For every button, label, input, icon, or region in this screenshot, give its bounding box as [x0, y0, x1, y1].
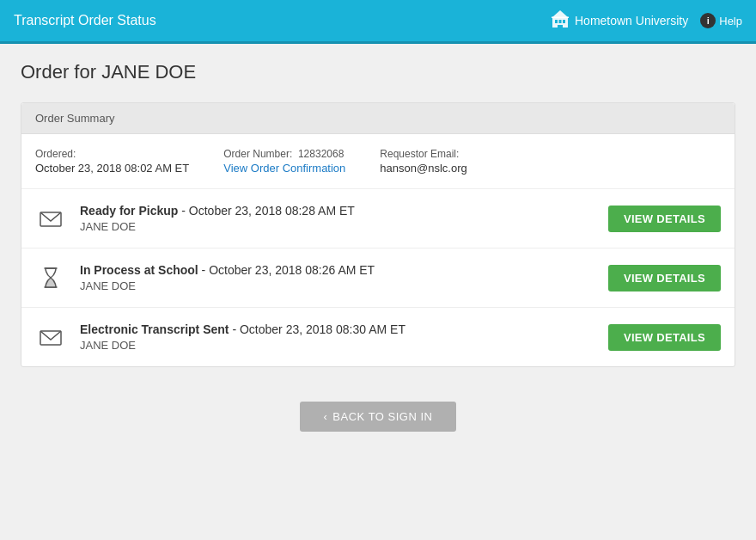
status-bold-2: In Process at School	[80, 263, 198, 277]
status-date-3: - October 23, 2018 08:30 AM ET	[229, 322, 405, 336]
status-row-2: In Process at School - October 23, 2018 …	[21, 249, 735, 308]
back-to-sign-in-button[interactable]: ‹ BACK TO SIGN IN	[300, 402, 457, 432]
status-title-3: Electronic Transcript Sent - October 23,…	[80, 322, 594, 336]
order-meta: Ordered: October 23, 2018 08:02 AM ET Or…	[21, 134, 735, 189]
header-right: Hometown University i Help	[551, 9, 742, 33]
info-icon: i	[700, 13, 716, 28]
order-summary-label: Order Summary	[35, 112, 114, 125]
requestor-email-label: Requestor Email:	[380, 148, 466, 160]
view-details-btn-1[interactable]: VIEW DETAILS	[608, 206, 721, 232]
building-icon	[551, 9, 570, 33]
status-name-3: JANE DOE	[80, 339, 594, 352]
header: Transcript Order Status Hometown Univers…	[0, 0, 756, 41]
order-number-col: Order Number: 12832068 View Order Confir…	[223, 148, 345, 175]
header-title: Transcript Order Status	[14, 13, 156, 28]
status-date-1: - October 23, 2018 08:28 AM ET	[178, 204, 354, 218]
university-branding: Hometown University	[551, 9, 688, 33]
status-row-3: Electronic Transcript Sent - October 23,…	[21, 308, 735, 366]
status-bold-1: Ready for Pickup	[80, 204, 178, 218]
status-name-1: JANE DOE	[80, 220, 594, 233]
page-content: Order for JANE DOE Order Summary Ordered…	[0, 44, 756, 466]
status-info-1: Ready for Pickup - October 23, 2018 08:2…	[80, 204, 594, 233]
requestor-email: hanson@nslc.org	[380, 162, 466, 175]
view-details-btn-2[interactable]: VIEW DETAILS	[608, 265, 721, 291]
requestor-email-col: Requestor Email: hanson@nslc.org	[380, 148, 466, 175]
view-details-btn-3[interactable]: VIEW DETAILS	[608, 324, 721, 351]
order-title: Order for JANE DOE	[21, 61, 735, 83]
svg-rect-3	[563, 20, 565, 23]
status-row-1: Ready for Pickup - October 23, 2018 08:2…	[21, 189, 735, 249]
back-btn-container: ‹ BACK TO SIGN IN	[21, 393, 735, 449]
status-icon-2	[35, 262, 66, 293]
order-card: Order Summary Ordered: October 23, 2018 …	[21, 102, 735, 367]
ordered-date: October 23, 2018 08:02 AM ET	[35, 162, 189, 175]
status-info-3: Electronic Transcript Sent - October 23,…	[80, 322, 594, 352]
order-card-header: Order Summary	[21, 103, 735, 134]
status-bold-3: Electronic Transcript Sent	[80, 322, 229, 336]
status-title-1: Ready for Pickup - October 23, 2018 08:2…	[80, 204, 594, 218]
status-icon-1	[35, 203, 66, 234]
status-name-2: JANE DOE	[80, 279, 594, 292]
svg-marker-4	[552, 10, 568, 17]
back-btn-label: BACK TO SIGN IN	[332, 410, 432, 423]
university-name: Hometown University	[575, 14, 688, 28]
svg-rect-1	[555, 20, 558, 23]
ordered-label: Ordered:	[35, 148, 189, 160]
view-confirmation-link[interactable]: View Order Confirmation	[223, 162, 345, 175]
help-label: Help	[719, 15, 742, 28]
status-icon-3	[35, 322, 66, 353]
svg-rect-6	[552, 16, 569, 18]
order-number-label: Order Number: 12832068	[223, 148, 345, 160]
svg-rect-5	[558, 25, 563, 28]
help-link[interactable]: i Help	[700, 13, 742, 28]
svg-rect-2	[558, 20, 561, 23]
ordered-col: Ordered: October 23, 2018 08:02 AM ET	[35, 148, 189, 175]
status-info-2: In Process at School - October 23, 2018 …	[80, 263, 594, 292]
back-chevron-icon: ‹	[324, 410, 328, 423]
status-date-2: - October 23, 2018 08:26 AM ET	[198, 263, 375, 277]
status-title-2: In Process at School - October 23, 2018 …	[80, 263, 594, 277]
